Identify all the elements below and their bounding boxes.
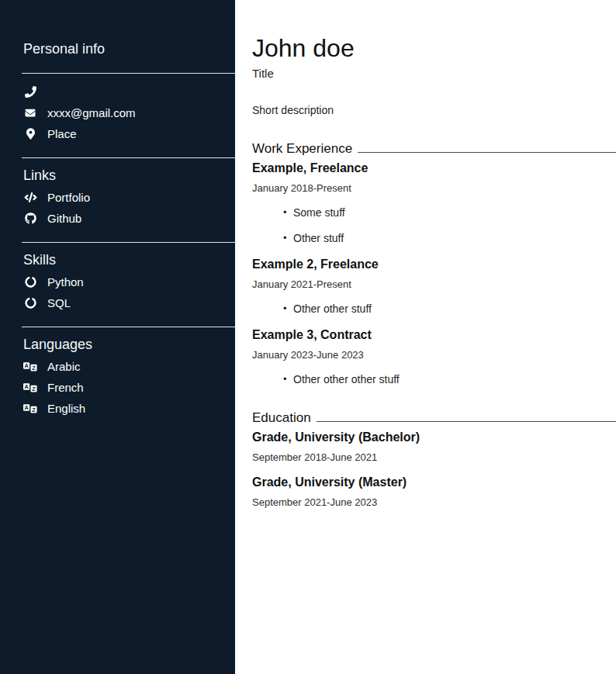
main-content: John doe Title Short description Work Ex… bbox=[235, 0, 616, 674]
sidebar-heading-links: Links bbox=[23, 168, 235, 184]
sidebar-item-skill-python: Python bbox=[23, 271, 235, 292]
entry-title: Example 2, Freelance bbox=[252, 258, 616, 271]
person-title: Title bbox=[252, 67, 616, 81]
sidebar-item-label: Github bbox=[47, 208, 81, 229]
bullet-item: Other other stuff bbox=[283, 302, 616, 315]
bullet-item: Other stuff bbox=[283, 232, 616, 244]
sidebar-item-label: Place bbox=[47, 123, 77, 144]
entry-dates: September 2021-June 2023 bbox=[252, 496, 616, 508]
svg-text:Z: Z bbox=[32, 385, 36, 392]
sidebar-item-language-french: AZ French bbox=[23, 377, 235, 398]
entry-bullets: Other other other stuff bbox=[252, 373, 616, 385]
bullet-item: Some stuff bbox=[283, 206, 616, 219]
work-entry: Example, Freelance January 2018-Present … bbox=[252, 161, 616, 244]
sidebar-item-skill-sql: SQL bbox=[23, 292, 235, 313]
entry-title: Grade, University (Master) bbox=[252, 475, 616, 489]
work-experience-section: Example, Freelance January 2018-Present … bbox=[252, 161, 616, 385]
sidebar-item-language-arabic: AZ Arabic bbox=[23, 356, 235, 377]
entry-dates: September 2018-June 2021 bbox=[252, 451, 616, 463]
sidebar-item-github[interactable]: Github bbox=[23, 208, 235, 229]
links-group: Portfolio Github bbox=[0, 187, 235, 229]
entry-dates: January 2018-Present bbox=[252, 182, 616, 194]
sidebar-item-place: Place bbox=[23, 123, 235, 144]
language-icon: AZ bbox=[23, 403, 37, 415]
sidebar-item-phone bbox=[23, 81, 235, 102]
bullet-item: Other other other stuff bbox=[283, 373, 616, 385]
github-icon bbox=[23, 213, 37, 225]
svg-text:Z: Z bbox=[32, 406, 36, 413]
sidebar-item-label: Portfolio bbox=[47, 187, 90, 208]
sidebar-heading-languages: Languages bbox=[23, 337, 235, 353]
sidebar-heading-personal-info: Personal info bbox=[23, 41, 235, 57]
svg-text:A: A bbox=[24, 382, 28, 389]
sidebar-divider bbox=[22, 242, 235, 243]
svg-text:Z: Z bbox=[32, 364, 36, 371]
entry-title: Example, Freelance bbox=[252, 161, 616, 175]
sidebar: Personal info xxxx@gmail.com Place bbox=[0, 0, 235, 674]
sidebar-item-label: Arabic bbox=[47, 356, 81, 377]
entry-bullets: Some stuff Other stuff bbox=[252, 206, 616, 244]
person-name: John doe bbox=[252, 34, 616, 62]
section-heading-label: Work Experience bbox=[252, 141, 352, 157]
sidebar-divider bbox=[22, 157, 235, 158]
personal-info-group: xxxx@gmail.com Place bbox=[0, 81, 235, 144]
sidebar-item-email[interactable]: xxxx@gmail.com bbox=[23, 102, 235, 123]
section-rule bbox=[317, 421, 616, 422]
entry-dates: January 2023-June 2023 bbox=[252, 349, 616, 361]
code-icon bbox=[23, 192, 37, 204]
entry-dates: January 2021-Present bbox=[252, 278, 616, 290]
languages-group: AZ Arabic AZ French AZ English bbox=[0, 356, 235, 419]
sidebar-divider bbox=[22, 73, 235, 74]
work-entry: Example 3, Contract January 2023-June 20… bbox=[252, 328, 616, 385]
sidebar-item-label: French bbox=[47, 377, 84, 398]
phone-icon bbox=[23, 86, 37, 99]
language-icon: AZ bbox=[23, 361, 37, 373]
skills-group: Python SQL bbox=[0, 271, 235, 313]
section-heading-label: Education bbox=[252, 410, 311, 426]
sidebar-item-label: SQL bbox=[47, 292, 71, 313]
short-description: Short description bbox=[252, 104, 616, 116]
education-section: Grade, University (Bachelor) September 2… bbox=[252, 430, 616, 508]
language-icon: AZ bbox=[23, 382, 37, 394]
sidebar-heading-skills: Skills bbox=[23, 252, 235, 268]
section-heading-work-experience: Work Experience bbox=[252, 141, 616, 157]
entry-bullets: Other other stuff bbox=[252, 302, 616, 315]
sidebar-item-label: Python bbox=[47, 271, 84, 292]
map-marker-icon bbox=[23, 128, 37, 140]
sidebar-item-label: English bbox=[47, 398, 85, 419]
education-entry: Grade, University (Master) September 202… bbox=[252, 475, 616, 508]
sidebar-item-language-english: AZ English bbox=[23, 398, 235, 419]
sidebar-item-label: xxxx@gmail.com bbox=[47, 102, 136, 123]
education-entry: Grade, University (Bachelor) September 2… bbox=[252, 430, 616, 463]
svg-text:A: A bbox=[24, 403, 28, 410]
work-entry: Example 2, Freelance January 2021-Presen… bbox=[252, 258, 616, 315]
sidebar-item-portfolio[interactable]: Portfolio bbox=[23, 187, 235, 208]
section-rule bbox=[358, 152, 616, 153]
section-heading-education: Education bbox=[252, 410, 616, 426]
circle-notch-icon bbox=[23, 276, 37, 289]
entry-title: Example 3, Contract bbox=[252, 328, 616, 342]
circle-notch-icon bbox=[23, 297, 37, 309]
svg-text:A: A bbox=[24, 361, 28, 368]
entry-title: Grade, University (Bachelor) bbox=[252, 430, 616, 444]
resume-page: Personal info xxxx@gmail.com Place bbox=[0, 0, 616, 674]
sidebar-divider bbox=[22, 327, 235, 327]
envelope-icon bbox=[23, 107, 37, 119]
